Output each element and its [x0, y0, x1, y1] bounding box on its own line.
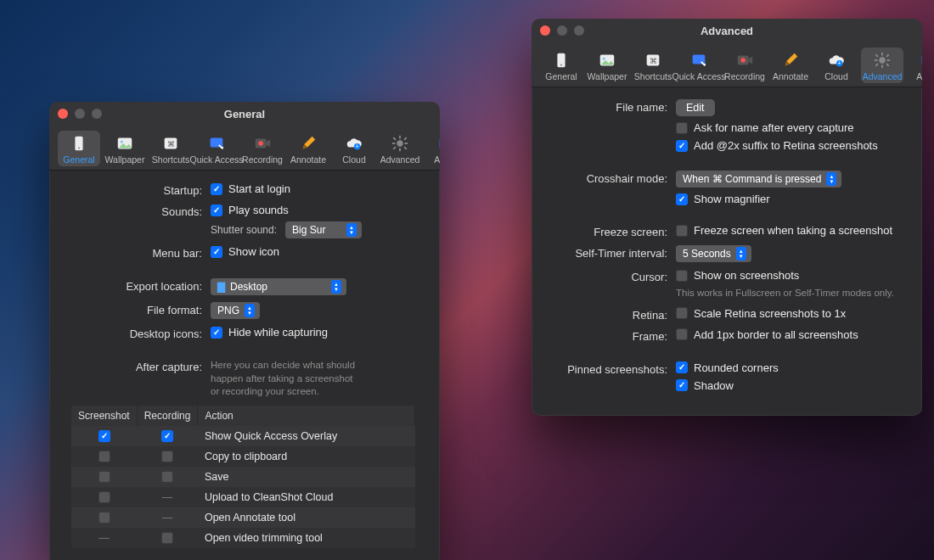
- screenshot-checkbox[interactable]: [98, 471, 110, 483]
- toolbar: GeneralWallpaper⌘ShortcutsQuick AccessRe…: [532, 42, 922, 87]
- add-border-checkbox[interactable]: Add 1px border to all screenshots: [676, 328, 858, 341]
- tab-annotate[interactable]: Annotate: [287, 131, 329, 166]
- after-capture-label: After capture:: [66, 359, 211, 373]
- tab-label: Wallpaper: [588, 71, 627, 81]
- not-applicable-icon: —: [162, 491, 173, 503]
- zoom-icon[interactable]: [92, 109, 102, 119]
- start-at-login-checkbox[interactable]: Start at login: [211, 182, 290, 195]
- table-row: —Open Annotate tool: [71, 507, 415, 528]
- svg-point-3: [121, 141, 123, 143]
- tab-label: General: [545, 71, 577, 81]
- table-row: Show Quick Access Overlay: [71, 426, 415, 446]
- traffic-lights[interactable]: [58, 109, 102, 119]
- checkbox-icon: [676, 379, 688, 391]
- svg-rect-13: [399, 148, 401, 152]
- tab-label: About: [434, 154, 440, 165]
- window-title: General: [224, 108, 265, 120]
- tab-shortcuts[interactable]: ⌘Shortcuts: [632, 48, 674, 83]
- file-format-select[interactable]: PNG: [211, 302, 260, 319]
- freeze-screen-label: Freeze screen:: [549, 224, 676, 238]
- export-location-select[interactable]: ▇Desktop: [211, 278, 346, 295]
- tab-shortcuts[interactable]: ⌘Shortcuts: [149, 131, 192, 166]
- shutter-sound-select[interactable]: Big Sur: [285, 221, 362, 238]
- cursor-hint: This works in Fullscreen or Self-Timer m…: [676, 287, 894, 300]
- checkbox-icon: [211, 246, 222, 258]
- tab-cloud[interactable]: +Cloud: [333, 131, 375, 166]
- tab-about[interactable]: About: [907, 48, 922, 83]
- recording-checkbox[interactable]: [161, 532, 173, 544]
- export-location-label: Export location:: [66, 278, 211, 293]
- recording-checkbox[interactable]: [161, 430, 173, 442]
- general-pane: Startup: Start at login Sounds: Play sou…: [49, 171, 440, 560]
- tab-about[interactable]: About: [425, 131, 440, 166]
- svg-rect-37: [887, 59, 891, 61]
- minimize-icon[interactable]: [75, 109, 85, 119]
- svg-rect-16: [393, 137, 397, 141]
- action-name: Copy to clipboard: [198, 446, 415, 467]
- crosshair-mode-select[interactable]: When ⌘ Command is pressed: [676, 171, 841, 188]
- scale-retina-checkbox[interactable]: Scale Retina screenshots to 1x: [676, 307, 846, 320]
- tab-advanced[interactable]: Advanced: [861, 48, 903, 83]
- svg-rect-39: [886, 64, 889, 67]
- svg-point-11: [397, 140, 402, 146]
- checkbox-icon: [676, 307, 688, 319]
- tab-label: General: [63, 154, 94, 165]
- traffic-lights[interactable]: [540, 25, 584, 36]
- chevron-updown-icon: [346, 223, 357, 237]
- recording-checkbox[interactable]: [161, 451, 173, 462]
- tab-label: About: [916, 71, 922, 81]
- hide-while-capturing-checkbox[interactable]: Hide while capturing: [211, 326, 328, 339]
- svg-point-25: [603, 58, 605, 60]
- screenshot-checkbox[interactable]: [98, 491, 110, 503]
- show-cursor-checkbox[interactable]: Show on screenshots: [676, 269, 799, 282]
- play-sounds-checkbox[interactable]: Play sounds: [211, 204, 289, 216]
- about-icon: [435, 133, 440, 154]
- toolbar: GeneralWallpaper⌘ShortcutsQuick AccessRe…: [49, 126, 440, 171]
- chevron-updown-icon: [826, 172, 836, 186]
- tab-annotate[interactable]: Annotate: [769, 48, 812, 83]
- close-icon[interactable]: [58, 109, 68, 119]
- rounded-corners-checkbox[interactable]: Rounded corners: [676, 361, 779, 374]
- preferences-window-advanced: Advanced GeneralWallpaper⌘ShortcutsQuick…: [532, 19, 922, 416]
- freeze-screen-checkbox[interactable]: Freeze screen when taking a screenshot: [676, 224, 892, 237]
- svg-rect-15: [405, 143, 408, 144]
- menubar-label: Menu bar:: [66, 245, 211, 260]
- screenshot-checkbox[interactable]: [98, 451, 110, 462]
- add-2x-suffix-checkbox[interactable]: Add @2x suffix to Retina screenshots: [676, 139, 878, 152]
- minimize-icon[interactable]: [557, 25, 567, 36]
- tab-cloud[interactable]: +Cloud: [815, 48, 858, 83]
- recording-checkbox[interactable]: [161, 471, 173, 483]
- tab-wallpaper[interactable]: Wallpaper: [586, 48, 628, 83]
- titlebar[interactable]: Advanced: [532, 19, 922, 42]
- tab-label: Quick Access: [672, 71, 725, 81]
- ask-for-name-checkbox[interactable]: Ask for name after every capture: [676, 121, 854, 134]
- close-icon[interactable]: [540, 25, 550, 36]
- show-icon-checkbox[interactable]: Show icon: [211, 245, 279, 258]
- action-name: Open Annotate tool: [198, 507, 415, 528]
- screenshot-checkbox[interactable]: [98, 512, 110, 524]
- tab-wallpaper[interactable]: Wallpaper: [104, 131, 146, 166]
- titlebar[interactable]: General: [49, 102, 440, 126]
- show-magnifier-checkbox[interactable]: Show magnifier: [676, 193, 770, 205]
- wallpaper-icon: [596, 50, 618, 70]
- tab-general[interactable]: General: [540, 48, 582, 83]
- edit-filename-button[interactable]: Edit: [676, 99, 715, 116]
- tab-quick-access[interactable]: Quick Access: [195, 131, 238, 166]
- tab-advanced[interactable]: Advanced: [379, 131, 421, 166]
- tab-label: Quick Access: [189, 154, 243, 165]
- cloud-icon: +: [343, 133, 365, 154]
- svg-text:+: +: [838, 59, 841, 67]
- svg-rect-34: [881, 53, 883, 56]
- tab-recording[interactable]: Recording: [241, 131, 284, 166]
- self-timer-select[interactable]: 5 Seconds: [676, 245, 751, 262]
- tab-quick-access[interactable]: Quick Access: [678, 48, 720, 83]
- shadow-checkbox[interactable]: Shadow: [676, 379, 734, 392]
- shortcuts-icon: ⌘: [160, 133, 182, 154]
- zoom-icon[interactable]: [574, 25, 584, 36]
- col-recording: Recording: [137, 406, 198, 426]
- screenshot-checkbox[interactable]: [98, 430, 110, 442]
- tab-general[interactable]: General: [58, 131, 100, 166]
- tab-recording[interactable]: Recording: [723, 48, 766, 83]
- checkbox-icon: [211, 183, 222, 195]
- filename-label: File name:: [549, 99, 676, 114]
